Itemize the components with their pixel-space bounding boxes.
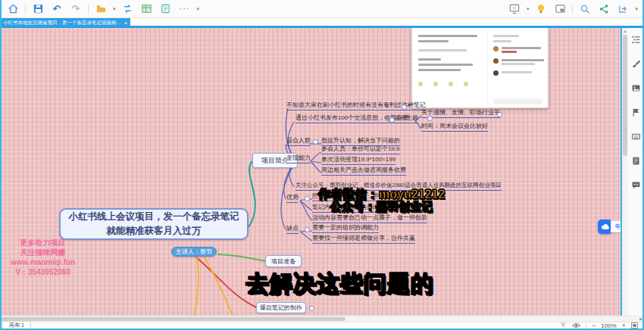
- node-theme-time[interactable]: 时间：周末会议会比较好: [421, 122, 488, 132]
- speaker-text: 主讲人：墨羽: [176, 248, 212, 256]
- presentation-icon[interactable]: [508, 2, 521, 16]
- branch-prepare[interactable]: 项目准备: [265, 255, 302, 267]
- node-monetize[interactable]: 变现能力: [286, 154, 311, 163]
- lightbulb-icon[interactable]: [534, 2, 548, 16]
- placeholder-line: [493, 35, 519, 37]
- outline-panel-icon[interactable]: [630, 34, 642, 45]
- status-bar: 画布 1 − 100% +: [0, 322, 644, 328]
- placeholder-line: [502, 51, 517, 53]
- video-subtitle: 去解决这些问题的: [246, 269, 434, 300]
- collapse-handle[interactable]: [389, 117, 395, 123]
- more-label: ···: [180, 5, 190, 13]
- undo-icon[interactable]: ↶: [50, 2, 64, 16]
- export-icon[interactable]: [616, 2, 630, 16]
- avatar: [493, 70, 499, 76]
- collapse-handle[interactable]: [305, 196, 310, 201]
- vertical-scroll-thumb[interactable]: [623, 35, 627, 156]
- branch-prepare-label: 项目准备: [271, 257, 295, 266]
- top-toolbar: ↶ ↷ ▾ ··· ▾ ▾: [0, 0, 644, 18]
- document-tab-bar: 小红书本地生活掘金项目，发一个备忘录笔记就能精准获客月入过万 ×: [0, 18, 644, 28]
- image-panel-icon[interactable]: [630, 82, 642, 94]
- outline-doc-icon[interactable]: [159, 2, 173, 16]
- fit-map-icon[interactable]: [631, 322, 638, 328]
- placeholder-line: [502, 59, 544, 61]
- home-icon[interactable]: [6, 2, 20, 16]
- node-audience[interactable]: 适合人群: [286, 136, 311, 146]
- placeholder-line: [502, 63, 535, 65]
- toolbar-separator: [572, 4, 573, 14]
- mini-window-icon[interactable]: [553, 2, 567, 16]
- branch-notes[interactable]: 爆款笔记的制作: [256, 302, 306, 313]
- export-dropdown-icon[interactable]: ▾: [635, 6, 638, 12]
- comments-panel-icon[interactable]: [630, 179, 642, 191]
- zoom-level: 100%: [601, 322, 616, 329]
- collapse-handle[interactable]: [313, 139, 318, 145]
- zoom-in-button[interactable]: +: [622, 322, 626, 329]
- attached-note-screenshot[interactable]: [411, 28, 549, 108]
- format-brush-icon[interactable]: [630, 58, 642, 70]
- quark-drive-label: 夸克网盘: [611, 221, 621, 232]
- placeholder-line: [493, 40, 511, 42]
- node-advantage-3[interactable]: 活动内容需要自己动一点脑子，做一些创新: [312, 213, 427, 223]
- scroll-right-icon[interactable]: ▶: [639, 316, 642, 322]
- scroll-up-icon[interactable]: ▲: [622, 28, 628, 34]
- notes-panel-icon[interactable]: [630, 155, 642, 167]
- more-icon[interactable]: ···: [178, 2, 192, 16]
- speaker-node[interactable]: 主讲人：墨羽: [171, 247, 217, 257]
- placeholder-line: [418, 49, 467, 51]
- sheet-tab[interactable]: 画布 1: [2, 321, 31, 328]
- sticker-panel-icon[interactable]: [630, 131, 642, 142]
- mindmap-canvas[interactable]: 小红书线上会议项目，发一个备忘录笔记就能精准获客月入过万 主讲人：墨羽 项目简介…: [0, 28, 621, 316]
- node-disadvantage[interactable]: 缺点: [286, 224, 299, 234]
- search-icon[interactable]: [578, 2, 592, 16]
- theme-dropdown-icon[interactable]: ▾: [113, 6, 116, 12]
- right-side-panel: [628, 28, 644, 316]
- placeholder-line: [418, 58, 441, 61]
- collapse-handle[interactable]: [309, 306, 314, 311]
- toolbar-separator: [88, 4, 89, 14]
- collapse-handle[interactable]: [497, 112, 502, 117]
- status-controls: − 100% +: [560, 322, 638, 328]
- placeholder-line: [418, 69, 461, 71]
- more-dropdown-icon[interactable]: ▾: [197, 6, 200, 12]
- relationship-icon[interactable]: [121, 2, 135, 16]
- node-disadvantage-2[interactable]: 需要找一些懂得老师做分享，合作共赢: [312, 234, 415, 244]
- share-icon[interactable]: [597, 2, 611, 16]
- watermark-line2: 关注猫咪网赚: [11, 248, 75, 257]
- tabbar-accent-strip: [0, 26, 644, 28]
- node-monetize-extra[interactable]: 周边相关产品去做咨询服务收费: [321, 166, 406, 176]
- overview-eye-icon[interactable]: [572, 322, 580, 328]
- theme-icon[interactable]: [94, 2, 108, 16]
- avatar: [493, 46, 499, 51]
- redo-icon[interactable]: ↷: [69, 2, 83, 16]
- save-icon[interactable]: [31, 2, 45, 16]
- collapse-handle[interactable]: [305, 227, 310, 232]
- watermark: 更多给力项目 关注猫咪网赚 www.maomiqi.fun V：35439520…: [11, 238, 75, 277]
- chart-icon[interactable]: [140, 2, 154, 16]
- collapse-handle[interactable]: [427, 116, 433, 121]
- horizontal-scrollbar[interactable]: ▶: [0, 316, 644, 322]
- placeholder-line: [418, 35, 477, 37]
- node-monetize-fee[interactable]: 参会人员：单价可以定个19.9: [321, 145, 400, 154]
- branch-notes-label: 爆款笔记的制作: [260, 304, 302, 312]
- horizontal-scroll-thumb[interactable]: [0, 317, 345, 321]
- node-theme[interactable]: 活动主题: [394, 114, 418, 123]
- tab-close-icon[interactable]: ×: [124, 20, 127, 26]
- watermark-line3: www.maomiqi.fun: [11, 257, 75, 267]
- node-theme-topic[interactable]: 关于感情、友情、职场行业等: [421, 108, 500, 118]
- node-disadvantage-1[interactable]: 需要一定的组织协调能力: [312, 223, 379, 233]
- branch-intro-label: 项目简介: [261, 156, 289, 166]
- comment-row: [493, 46, 544, 54]
- placeholder-line: [502, 47, 541, 49]
- node-advantage[interactable]: 优势: [286, 193, 299, 203]
- vertical-scrollbar[interactable]: ▲: [622, 28, 628, 316]
- node-monetize-calc[interactable]: 单次活动变现19.9*100=199: [321, 155, 395, 165]
- central-topic[interactable]: 小红书线上会议项目，发一个备忘录笔记就能精准获客月入过万: [59, 208, 249, 240]
- filter-icon[interactable]: [560, 322, 567, 328]
- presentation-dropdown-icon[interactable]: ▾: [527, 6, 530, 12]
- flag-panel-icon[interactable]: [630, 107, 642, 118]
- zoom-out-button[interactable]: −: [592, 322, 596, 329]
- watermark-line4: V：3543952060: [11, 267, 75, 277]
- collapse-handle[interactable]: [402, 104, 407, 110]
- quark-drive-badge[interactable]: 夸克网盘: [598, 219, 621, 234]
